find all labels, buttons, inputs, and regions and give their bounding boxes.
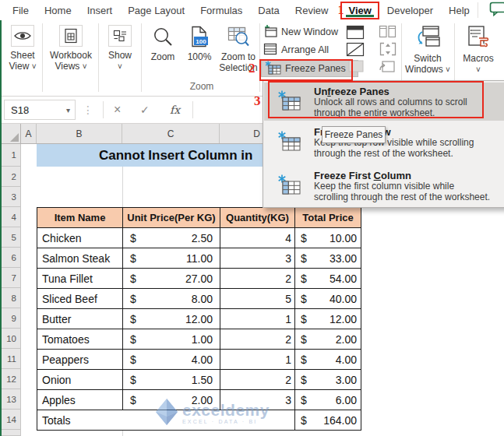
synchronous-scrolling-button[interactable]: [379, 42, 397, 56]
row-header[interactable]: 1: [2, 144, 21, 167]
freeze-panes-button[interactable]: Freeze Panes ˅: [261, 60, 358, 77]
insert-function-icon[interactable]: fx: [170, 100, 180, 120]
tab-insert[interactable]: Insert: [79, 2, 121, 19]
cell-total-price[interactable]: $3.00: [295, 370, 361, 390]
new-window-button[interactable]: New Window: [263, 23, 338, 40]
name-box[interactable]: S18 ▾: [4, 100, 76, 120]
name-box-value: S18: [11, 104, 29, 116]
cell-unit-price[interactable]: $27.00: [123, 269, 220, 289]
cell-quantity[interactable]: 2: [220, 329, 295, 350]
cell-item[interactable]: Butter: [37, 309, 123, 329]
cell-quantity[interactable]: 5: [220, 289, 295, 309]
cell-quantity[interactable]: 2: [220, 269, 295, 289]
row-header[interactable]: 13: [2, 389, 21, 410]
name-box-dropdown-icon[interactable]: ▾: [66, 106, 75, 114]
cell-unit-price[interactable]: $12.00: [123, 309, 220, 329]
tab-file[interactable]: File: [5, 2, 37, 19]
header-total-price[interactable]: Total Price: [295, 208, 361, 228]
total-price-value: 40.00: [330, 293, 357, 305]
tab-help[interactable]: Help: [441, 2, 478, 19]
tab-review[interactable]: Review: [287, 2, 337, 19]
cell-quantity[interactable]: 4: [220, 228, 295, 248]
enter-icon[interactable]: ✓: [140, 100, 150, 120]
show-button[interactable]: Show ˅: [101, 25, 139, 93]
tab-page-layout[interactable]: Page Layout: [120, 2, 192, 19]
cell-unit-price[interactable]: $4.00: [123, 350, 220, 370]
menu-item-unfreeze-panes[interactable]: Unfreeze Panes Unlock all rows and colum…: [264, 83, 504, 121]
cell-total-price[interactable]: $4.00: [295, 350, 361, 370]
sheet-view-button[interactable]: Sheet View ˅: [3, 25, 42, 93]
row-header[interactable]: 8: [2, 288, 21, 308]
column-header-b[interactable]: B: [37, 124, 122, 143]
cell-item[interactable]: Peappers: [37, 350, 123, 370]
unit-price-value: 27.00: [185, 272, 213, 285]
tab-data[interactable]: Data: [250, 2, 287, 19]
cell-total-price[interactable]: $40.00: [295, 289, 361, 309]
menu-item-freeze-first-column[interactable]: Freeze First Column Keep the first colum…: [264, 167, 504, 207]
view-side-by-side-button[interactable]: [379, 25, 397, 39]
cell-item[interactable]: Chicken: [37, 228, 123, 248]
select-all-corner[interactable]: [2, 124, 21, 144]
cell-item[interactable]: Salmon Steak: [37, 248, 123, 269]
cell-item[interactable]: Apples: [37, 390, 123, 410]
cell-total-price[interactable]: $12.00: [295, 309, 361, 329]
comment-icon: [489, 2, 504, 19]
column-header-c[interactable]: C: [122, 124, 220, 143]
tab-home[interactable]: Home: [37, 2, 79, 19]
column-header-a[interactable]: A: [21, 124, 37, 143]
workbook-views-icon: [59, 25, 83, 47]
cell-unit-price[interactable]: $1.50: [123, 370, 220, 390]
header-unit-price[interactable]: Unit Price(Per KG): [123, 208, 220, 228]
row-header[interactable]: 2: [2, 167, 21, 187]
comments-button[interactable]: [478, 2, 504, 18]
workbook-views-button[interactable]: Workbook Views ˅: [47, 25, 95, 93]
row-header[interactable]: 11: [2, 349, 21, 369]
cell-item[interactable]: Onion: [37, 370, 123, 390]
row-header[interactable]: 4: [2, 207, 21, 227]
cell-total-price[interactable]: $33.00: [295, 248, 361, 269]
row-header[interactable]: 5: [2, 227, 21, 248]
cell-quantity[interactable]: 1: [220, 309, 295, 329]
cell-unit-price[interactable]: $2.50: [123, 228, 220, 248]
unit-price-value: 2.00: [192, 394, 213, 406]
tab-developer[interactable]: Developer: [379, 2, 441, 19]
split-button[interactable]: [346, 25, 365, 40]
tab-formulas[interactable]: Formulas: [192, 2, 250, 19]
cancel-icon[interactable]: ×: [114, 100, 121, 120]
row-header[interactable]: 7: [2, 268, 21, 288]
formula-bar-options-icon[interactable]: ⋮: [83, 100, 93, 120]
cell-total-price[interactable]: $2.00: [295, 329, 361, 350]
cell-unit-price[interactable]: $11.00: [123, 248, 220, 269]
row-header[interactable]: 10: [2, 329, 21, 349]
row-header[interactable]: 6: [2, 248, 21, 268]
gridline: [122, 167, 123, 207]
cell-total-price[interactable]: $54.00: [295, 269, 361, 289]
header-item-name[interactable]: Item Name: [37, 208, 123, 228]
unhide-window-button-disabled[interactable]: [348, 60, 364, 72]
cell-unit-price[interactable]: $1.00: [123, 329, 220, 350]
cell-quantity[interactable]: 3: [220, 390, 295, 410]
tab-view[interactable]: View: [340, 2, 379, 19]
row-header[interactable]: 12: [2, 369, 21, 389]
cell-quantity[interactable]: 1: [220, 350, 295, 370]
header-quantity[interactable]: Quantity(KG): [220, 208, 295, 228]
cell-quantity[interactable]: 3: [220, 248, 295, 269]
cell-item[interactable]: Tomatoes: [37, 329, 123, 350]
cell-grand-total[interactable]: $164.00: [295, 410, 361, 431]
cell-total-price[interactable]: $6.00: [295, 390, 361, 410]
cell-item[interactable]: Sliced Beef: [37, 289, 123, 309]
cell-totals-label[interactable]: Totals: [37, 410, 295, 431]
arrange-all-button[interactable]: Arrange All: [263, 41, 329, 58]
sheet-view-icon: [11, 25, 34, 47]
cell-item[interactable]: Tuna Fillet: [37, 269, 123, 289]
row-header[interactable]: 9: [2, 308, 21, 329]
row-header[interactable]: 14: [2, 410, 21, 430]
currency-symbol: $: [301, 333, 307, 346]
cell-unit-price[interactable]: $2.00: [123, 390, 220, 410]
cell-unit-price[interactable]: $8.00: [123, 289, 220, 309]
cell-quantity[interactable]: 2: [220, 370, 295, 390]
reset-window-position-button[interactable]: [378, 59, 397, 73]
cell-total-price[interactable]: $10.00: [295, 228, 361, 248]
hide-window-button[interactable]: [346, 42, 365, 57]
row-header[interactable]: 3: [2, 187, 21, 207]
